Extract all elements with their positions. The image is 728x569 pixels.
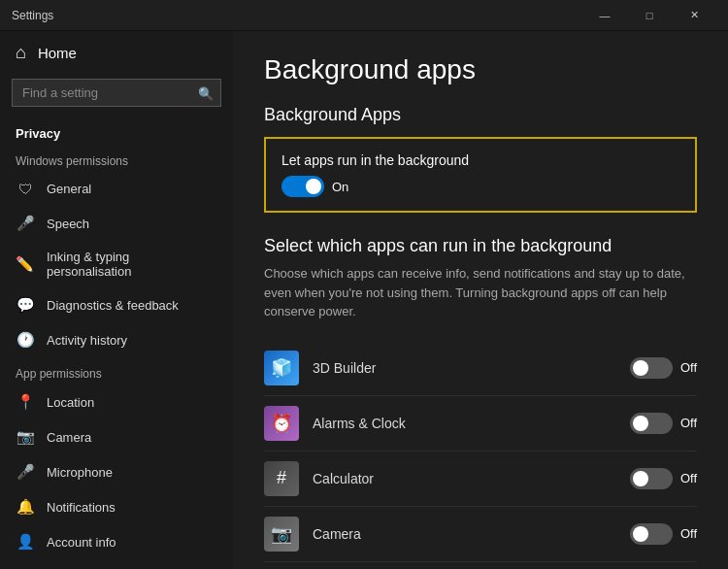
camera-icon: 📷 [16, 428, 35, 446]
app-toggle-thumb-3 [633, 526, 648, 542]
app-name-3: Camera [313, 526, 630, 542]
notifications-icon: 🔔 [16, 498, 35, 516]
main-toggle-switch[interactable]: On [281, 176, 679, 197]
app-name-1: Alarms & Clock [313, 416, 630, 431]
app-toggle-track-3[interactable] [630, 523, 673, 545]
sidebar-item-location[interactable]: 📍 Location [0, 385, 233, 419]
app-toggle-label-3: Off [680, 526, 697, 541]
sidebar-home-label: Home [38, 45, 77, 61]
sidebar-item-home[interactable]: ⌂ Home [0, 31, 233, 75]
app-row: # Calculator Off [264, 452, 697, 507]
let-apps-label: Let apps run in the background [281, 152, 679, 168]
app-row: ⬛ Connect Off [264, 562, 697, 570]
app-permissions-header: App permissions [0, 357, 233, 385]
app-toggle-track-0[interactable] [630, 357, 673, 379]
privacy-label: Privacy [0, 115, 233, 145]
diagnostics-icon: 💬 [16, 296, 35, 314]
close-button[interactable]: ✕ [672, 0, 716, 31]
app-icon-camera: 📷 [264, 517, 299, 552]
app-row: 🧊 3D Builder Off [264, 341, 697, 396]
app-name-0: 3D Builder [313, 360, 630, 376]
app-icon-alarms: ⏰ [264, 406, 299, 441]
minimize-button[interactable]: — [582, 0, 627, 31]
sidebar-item-notifications[interactable]: 🔔 Notifications [0, 489, 233, 524]
search-input[interactable] [12, 79, 221, 107]
app-toggle-thumb-1 [633, 416, 648, 431]
app-toggle-track-1[interactable] [630, 413, 673, 434]
sidebar-item-label: Camera [47, 430, 91, 445]
inking-icon: ✏️ [16, 255, 35, 273]
app-toggle-label-1: Off [680, 416, 697, 430]
sidebar-item-speech[interactable]: 🎤 Speech [0, 206, 233, 241]
sidebar-item-label: Activity history [47, 333, 127, 348]
activity-icon: 🕐 [16, 331, 35, 349]
speech-icon: 🎤 [16, 215, 35, 232]
sidebar-item-general[interactable]: 🛡 General [0, 172, 233, 206]
home-icon: ⌂ [16, 43, 26, 63]
main-toggle-thumb [306, 179, 321, 194]
app-list: 🧊 3D Builder Off ⏰ Alarms & Clock Off # … [264, 341, 697, 570]
sidebar-item-diagnostics[interactable]: 💬 Diagnostics & feedback [0, 287, 233, 322]
sidebar-item-activity[interactable]: 🕐 Activity history [0, 322, 233, 357]
main-toggle-track[interactable] [281, 176, 324, 197]
app-row: 📷 Camera Off [264, 507, 697, 562]
microphone-icon: 🎤 [16, 463, 35, 481]
location-icon: 📍 [16, 393, 35, 411]
window-title: Settings [12, 9, 582, 22]
titlebar: Settings — □ ✕ [0, 0, 728, 31]
sidebar-item-label: Diagnostics & feedback [47, 298, 179, 313]
app-row: ⏰ Alarms & Clock Off [264, 396, 697, 452]
windows-permissions-header: Windows permissions [0, 145, 233, 172]
select-section-desc: Choose which apps can receive info, send… [264, 264, 697, 321]
select-section-title: Select which apps can run in the backgro… [264, 236, 697, 256]
main-toggle-label: On [332, 180, 348, 194]
app-toggle-3[interactable]: Off [630, 523, 697, 545]
window-controls: — □ ✕ [582, 0, 716, 31]
app-toggle-label-0: Off [680, 360, 697, 375]
app-name-2: Calculator [313, 471, 630, 486]
app-container: ⌂ Home 🔍 Privacy Windows permissions 🛡 G… [0, 31, 728, 569]
let-apps-toggle-card: Let apps run in the background On [264, 137, 697, 213]
app-icon-calculator: # [264, 461, 299, 496]
app-toggle-thumb-2 [633, 471, 648, 486]
sidebar-item-camera[interactable]: 📷 Camera [0, 419, 233, 454]
background-apps-section-title: Background Apps [264, 105, 697, 125]
search-icon: 🔍 [198, 85, 214, 100]
sidebar-item-label: General [47, 182, 91, 196]
sidebar-item-inking[interactable]: ✏️ Inking & typing personalisation [0, 241, 233, 287]
app-icon-3dbuilder: 🧊 [264, 351, 299, 385]
general-icon: 🛡 [16, 181, 35, 197]
sidebar-item-label: Account info [47, 535, 116, 550]
accountinfo-icon: 👤 [16, 533, 35, 551]
app-toggle-2[interactable]: Off [630, 468, 697, 489]
app-toggle-label-2: Off [680, 471, 697, 485]
sidebar-item-label: Microphone [47, 465, 113, 480]
sidebar-item-label: Location [47, 395, 94, 410]
sidebar-item-label: Notifications [47, 500, 116, 515]
app-toggle-1[interactable]: Off [630, 413, 697, 434]
app-toggle-track-2[interactable] [630, 468, 673, 489]
sidebar-item-label: Speech [47, 217, 89, 231]
maximize-button[interactable]: □ [627, 0, 672, 31]
sidebar-item-microphone[interactable]: 🎤 Microphone [0, 454, 233, 489]
main-content: Background apps Background Apps Let apps… [233, 31, 728, 569]
sidebar: ⌂ Home 🔍 Privacy Windows permissions 🛡 G… [0, 31, 233, 569]
sidebar-item-accountinfo[interactable]: 👤 Account info [0, 524, 233, 559]
app-toggle-thumb-0 [633, 360, 648, 376]
app-toggle-0[interactable]: Off [630, 357, 697, 379]
page-title: Background apps [264, 54, 697, 85]
sidebar-search: 🔍 [12, 79, 221, 107]
sidebar-item-label: Inking & typing personalisation [47, 250, 217, 279]
